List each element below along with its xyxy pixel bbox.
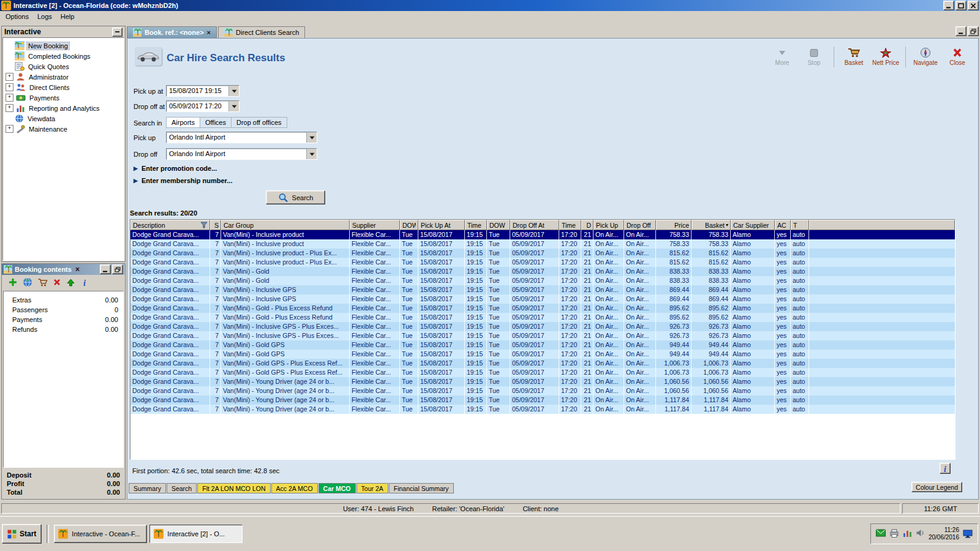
column-header-t[interactable]: T	[791, 220, 809, 230]
result-row[interactable]: Dodge Grand Carava...7Van(Mini) - Inclus…	[130, 331, 955, 340]
booking-toolbar-world-icon[interactable]	[23, 277, 32, 288]
column-header-ac[interactable]: AC	[775, 220, 791, 230]
section-tab-acc-2a-mco[interactable]: Acc 2A MCO	[271, 483, 318, 493]
menu-help[interactable]: Help	[56, 12, 79, 21]
booking-restore-button[interactable]	[112, 264, 123, 274]
column-header-drop-off-at[interactable]: Drop Off At	[510, 220, 559, 230]
search-in-tab-airports[interactable]: Airports	[166, 117, 200, 128]
section-tab-car-mco[interactable]: Car MCO	[318, 483, 356, 493]
minimize-button[interactable]	[943, 1, 954, 10]
section-tab-search[interactable]: Search	[167, 483, 197, 493]
dropdown-arrow-icon[interactable]	[228, 101, 239, 111]
sidebar-item-administrator[interactable]: +Administrator	[3, 72, 124, 82]
dropoff-select[interactable]: Orlando Intl Airport	[166, 148, 317, 160]
booking-toolbar-delete-icon[interactable]	[53, 278, 61, 288]
result-row[interactable]: Dodge Grand Carava...7Van(Mini) - Gold -…	[130, 313, 955, 322]
booking-minimize-button[interactable]	[100, 264, 111, 274]
result-row[interactable]: Dodge Grand Carava...7Van(Mini) - Inclus…	[130, 239, 955, 249]
result-row[interactable]: Dodge Grand Carava...7Van(Mini) - Gold G…	[130, 368, 955, 377]
expand-toggle-icon[interactable]: +	[6, 83, 13, 91]
close-button[interactable]: Close	[943, 46, 972, 67]
result-row[interactable]: Dodge Grand Carava...7Van(Mini) - Young …	[130, 386, 955, 395]
sidebar-item-payments[interactable]: +Payments	[3, 92, 124, 103]
column-header-pick-up-at[interactable]: Pick Up At	[418, 220, 465, 230]
navigate-button[interactable]: Navigate	[911, 46, 940, 67]
column-header-basket[interactable]: Basket▾	[692, 220, 731, 230]
booking-toolbar-cart-icon[interactable]	[37, 277, 48, 288]
sidebar-item-maintenance[interactable]: +Maintenance	[3, 124, 124, 134]
pickup-select[interactable]: Orlando Intl Airport	[166, 132, 317, 143]
column-header-car-supplier[interactable]: Car Supplier	[731, 220, 775, 230]
booking-toolbar-info-icon[interactable]: i	[80, 278, 89, 288]
taskbar-button-interactive-2-o[interactable]: Interactive [2] - O...	[149, 525, 243, 543]
section-tab-summary[interactable]: Summary	[129, 483, 166, 493]
expand-toggle-icon[interactable]: +	[6, 104, 13, 112]
dropdown-arrow-icon[interactable]	[228, 86, 239, 96]
tray-volume-icon[interactable]	[916, 529, 925, 539]
result-row[interactable]: Dodge Grand Carava...7Van(Mini) - Gold G…	[130, 359, 955, 368]
mdi-minimize-button[interactable]	[956, 26, 967, 36]
tab-close-icon[interactable]: ×	[207, 29, 211, 36]
expand-toggle-icon[interactable]: +	[6, 125, 13, 133]
section-tab-financial-summary[interactable]: Financial Summary	[389, 483, 454, 493]
dropoff-at-field[interactable]: 05/09/2017 17:20	[166, 100, 239, 112]
search-in-tab-drop-off-offices[interactable]: Drop off offices	[231, 117, 287, 128]
column-header-dow[interactable]: DOW	[487, 220, 510, 230]
basket-button[interactable]: Basket	[839, 46, 869, 67]
maximize-button[interactable]	[956, 1, 967, 10]
tray-mail-icon[interactable]	[876, 529, 886, 539]
menu-logs[interactable]: Logs	[33, 12, 56, 21]
expand-toggle-icon[interactable]: +	[6, 94, 13, 102]
close-button[interactable]	[968, 1, 979, 10]
search-in-tab-offices[interactable]: Offices	[200, 117, 231, 128]
dropdown-arrow-icon[interactable]	[306, 149, 317, 159]
result-row[interactable]: Dodge Grand Carava...7Van(Mini) - GoldFl…	[130, 276, 955, 285]
expand-toggle-icon[interactable]: +	[6, 73, 13, 81]
result-row[interactable]: Dodge Grand Carava...7Van(Mini) - Inclus…	[130, 322, 955, 331]
column-header-price[interactable]: Price	[656, 220, 692, 230]
result-row[interactable]: Dodge Grand Carava...7Van(Mini) - Inclus…	[130, 294, 955, 304]
monitor-icon[interactable]	[963, 530, 973, 538]
result-row[interactable]: Dodge Grand Carava...7Van(Mini) - Gold G…	[130, 350, 955, 359]
booking-contents-close-icon[interactable]: ×	[74, 265, 81, 274]
column-header-time[interactable]: Time	[559, 220, 581, 230]
result-row[interactable]: Dodge Grand Carava...7Van(Mini) - Inclus…	[130, 258, 955, 267]
booking-toolbar-up-icon[interactable]	[66, 278, 75, 288]
nett-price-button[interactable]: Nett Price	[871, 46, 900, 67]
taskbar-button-interactive-ocean-f[interactable]: Interactive - Ocean-F...	[54, 525, 147, 543]
sidebar-item-new-booking[interactable]: New Booking	[3, 40, 124, 51]
column-header-dow[interactable]: DOW	[400, 220, 418, 230]
column-header-car-group[interactable]: Car Group	[221, 220, 350, 230]
sidebar-item-viewdata[interactable]: Viewdata	[3, 113, 124, 124]
column-header-time[interactable]: Time	[465, 220, 487, 230]
tab-direct-clients-search[interactable]: Direct Clients Search	[218, 26, 305, 38]
column-header-s[interactable]: S	[210, 220, 221, 230]
search-button[interactable]: Search	[266, 190, 325, 204]
sidebar-item-reporting-and-analytics[interactable]: +Reporting and Analytics	[3, 103, 124, 113]
result-row[interactable]: Dodge Grand Carava...7Van(Mini) - Inclus…	[130, 230, 955, 239]
pickup-at-field[interactable]: 15/08/2017 19:15	[166, 85, 239, 97]
mdi-restore-button[interactable]	[968, 26, 979, 36]
sidebar-item-direct-clients[interactable]: +Direct Clients	[3, 82, 124, 92]
collapse-panel-button[interactable]	[112, 28, 123, 37]
result-row[interactable]: Dodge Grand Carava...7Van(Mini) - Gold -…	[130, 304, 955, 313]
colour-legend-button[interactable]: Colour Legend	[911, 482, 962, 492]
result-row[interactable]: Dodge Grand Carava...7Van(Mini) - Young …	[130, 395, 955, 405]
dropdown-arrow-icon[interactable]	[306, 132, 317, 143]
tray-chart-icon[interactable]	[903, 529, 912, 539]
column-header-supplier[interactable]: Supplier	[350, 220, 400, 230]
column-header-pick-up[interactable]: Pick Up	[594, 220, 624, 230]
result-row[interactable]: Dodge Grand Carava...7Van(Mini) - Gold G…	[130, 340, 955, 350]
sidebar-item-completed-bookings[interactable]: Completed Bookings	[3, 51, 124, 61]
info-button[interactable]: i	[940, 463, 951, 474]
column-header-d[interactable]: D	[581, 220, 594, 230]
result-row[interactable]: Dodge Grand Carava...7Van(Mini) - Young …	[130, 377, 955, 386]
tray-printer-icon[interactable]	[889, 529, 899, 539]
section-tab-tour-2a[interactable]: Tour 2A	[356, 483, 388, 493]
sidebar-item-quick-quotes[interactable]: Quick Quotes	[3, 61, 124, 72]
tab-book-ref-none[interactable]: Book. ref.: <none>×	[127, 26, 217, 38]
result-row[interactable]: Dodge Grand Carava...7Van(Mini) - GoldFl…	[130, 267, 955, 276]
column-header-description[interactable]: Description	[130, 220, 210, 230]
booking-toolbar-add-icon[interactable]	[8, 277, 18, 288]
column-header-drop-off[interactable]: Drop Off	[624, 220, 656, 230]
